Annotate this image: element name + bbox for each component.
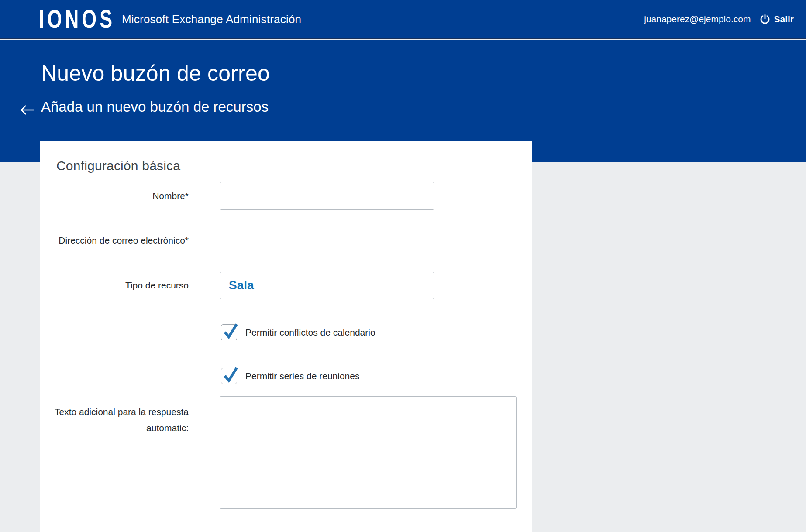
auto-reply-label-line2: automatic: <box>40 420 189 436</box>
email-label: Dirección de correo electrónico* <box>40 227 189 254</box>
checkmark-icon <box>221 322 240 343</box>
auto-reply-textarea[interactable] <box>220 396 517 509</box>
resource-type-label: Tipo de recurso <box>40 272 189 299</box>
auto-reply-label-line1: Texto adicional para la respuesta <box>40 404 189 420</box>
topbar: IONOS Microsoft Exchange Administración … <box>0 0 806 39</box>
name-label: Nombre* <box>40 182 189 210</box>
app-title: Microsoft Exchange Administración <box>122 13 301 26</box>
name-input[interactable] <box>220 182 434 210</box>
resource-type-selected-value: Sala <box>229 278 254 292</box>
basic-configuration-card: Configuración básica Nombre* Dirección d… <box>40 141 532 532</box>
allow-conflicts-checkbox[interactable] <box>221 324 237 340</box>
user-email: juanaperez@ejemplo.com <box>644 14 751 24</box>
logout-button[interactable]: Salir <box>774 14 794 24</box>
allow-series-label[interactable]: Permitir series de reuniones <box>245 368 359 384</box>
page-subtitle: Añada un nuevo buzón de recursos <box>41 98 269 116</box>
ionos-logo[interactable]: IONOS <box>39 6 94 32</box>
resource-type-select[interactable]: Sala <box>220 272 434 299</box>
checkmark-icon <box>221 365 240 386</box>
back-arrow-icon[interactable] <box>19 101 36 119</box>
exchange-admin-page: { "topbar": { "logo_text": "IONOS", "app… <box>0 0 806 532</box>
email-input[interactable] <box>220 227 434 254</box>
section-title: Configuración básica <box>56 158 180 173</box>
allow-conflicts-label[interactable]: Permitir conflictos de calendario <box>245 324 375 340</box>
page-title: Nuevo buzón de correo <box>41 61 270 86</box>
power-icon <box>760 14 770 24</box>
allow-series-checkbox[interactable] <box>221 368 237 384</box>
topbar-user-area: juanaperez@ejemplo.com Salir <box>644 14 794 24</box>
auto-reply-label: Texto adicional para la respuesta automa… <box>40 404 189 436</box>
